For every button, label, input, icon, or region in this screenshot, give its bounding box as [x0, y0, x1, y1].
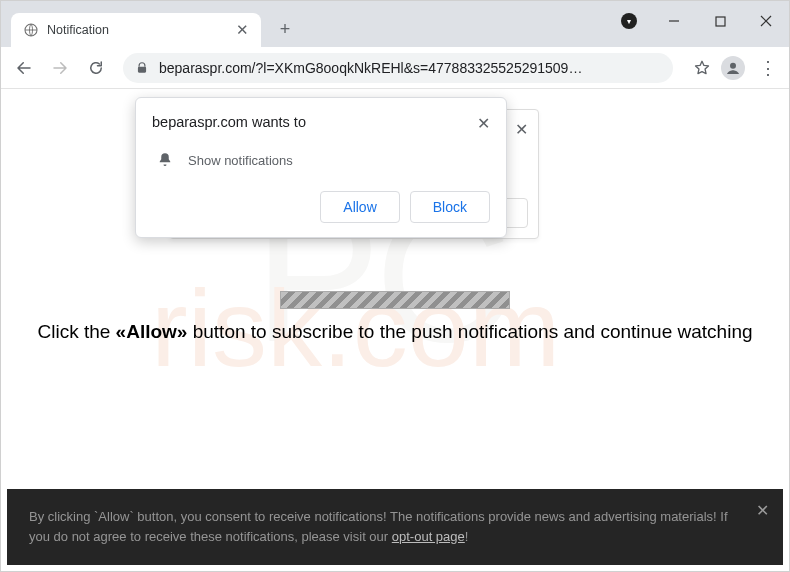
extension-badge[interactable]: ▾ [606, 1, 651, 41]
footer-close-icon[interactable]: ✕ [756, 499, 769, 524]
window-minimize-button[interactable] [651, 1, 697, 41]
footer-optout-link[interactable]: opt-out page [392, 529, 465, 544]
browser-window: Notification ✕ + ▾ beparaspr.com/?l=XKmG… [0, 0, 790, 572]
instruction-bold: «Allow» [116, 321, 188, 342]
globe-icon [23, 22, 39, 38]
background-dialog-close-icon[interactable]: ✕ [515, 120, 528, 139]
notification-permission-prompt: beparaspr.com wants to ✕ Show notificati… [135, 97, 507, 238]
window-maximize-button[interactable] [697, 1, 743, 41]
new-tab-button[interactable]: + [271, 15, 299, 43]
permission-origin: beparaspr.com wants to [152, 114, 306, 130]
toolbar-actions: ⋮ [693, 56, 781, 80]
svg-point-6 [730, 62, 736, 68]
nav-reload-button[interactable] [81, 53, 111, 83]
window-controls: ▾ [606, 1, 789, 41]
consent-footer: ✕ By clicking `Allow` button, you consen… [7, 489, 783, 565]
permission-block-button[interactable]: Block [410, 191, 490, 223]
footer-text-b: ! [465, 529, 469, 544]
tab-close-icon[interactable]: ✕ [236, 21, 249, 39]
nav-forward-button[interactable] [45, 53, 75, 83]
lock-icon [135, 61, 149, 75]
svg-rect-2 [716, 17, 725, 26]
bell-icon [156, 151, 174, 169]
permission-close-icon[interactable]: ✕ [477, 114, 490, 133]
nav-back-button[interactable] [9, 53, 39, 83]
progress-bar [280, 291, 510, 309]
bookmark-star-icon[interactable] [693, 59, 711, 77]
address-url: beparaspr.com/?l=XKmG8ooqkNkREHl&s=47788… [159, 60, 582, 76]
browser-tab[interactable]: Notification ✕ [11, 13, 261, 47]
address-bar[interactable]: beparaspr.com/?l=XKmG8ooqkNkREHl&s=47788… [123, 53, 673, 83]
permission-message: Show notifications [188, 153, 293, 168]
permission-allow-button[interactable]: Allow [320, 191, 399, 223]
instruction-text: Click the «Allow» button to subscribe to… [1, 321, 789, 343]
browser-menu-icon[interactable]: ⋮ [755, 57, 781, 79]
instruction-pre: Click the [37, 321, 115, 342]
tab-title: Notification [47, 23, 228, 37]
instruction-post: button to subscribe to the push notifica… [187, 321, 752, 342]
titlebar: Notification ✕ + ▾ [1, 1, 789, 47]
svg-rect-5 [138, 66, 146, 72]
footer-text-a: By clicking `Allow` button, you consent … [29, 509, 728, 544]
page-content: PC risk.com ✕ beparaspr.com wants to ✕ S… [1, 89, 789, 571]
window-close-button[interactable] [743, 1, 789, 41]
browser-toolbar: beparaspr.com/?l=XKmG8ooqkNkREHl&s=47788… [1, 47, 789, 89]
profile-avatar[interactable] [721, 56, 745, 80]
